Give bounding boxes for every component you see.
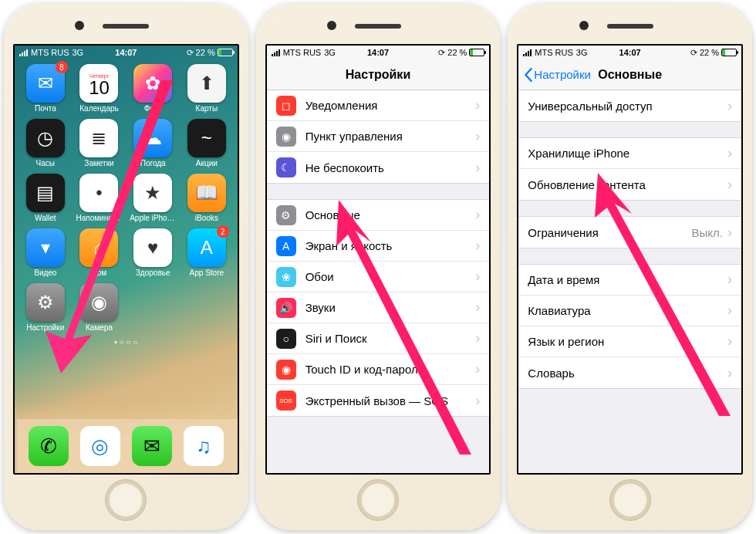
home-button[interactable] [105,479,147,521]
front-camera [327,21,336,30]
row-icon: ◻ [276,96,296,116]
app-label: Видео [34,269,56,277]
chevron-right-icon: › [727,333,732,350]
row-label: Уведомления [305,99,378,112]
carrier-label: MTS RUS [535,48,573,57]
home-button[interactable] [357,479,399,521]
app-Дом[interactable]: ⌂Дом [75,228,124,277]
chevron-right-icon: › [475,330,480,346]
app-label: Настройки [26,323,64,332]
settings-row-Хранилище iPhone[interactable]: Хранилище iPhone› [518,138,741,169]
chevron-right-icon: › [475,160,480,176]
settings-row-Обои[interactable]: ❀Обои› [267,262,490,292]
phone-general: MTS RUS 3G 14:07 ⟳ 22 % Настройки Основн… [508,4,752,530]
app-label: Камера [86,323,113,332]
row-label: Touch ID и код-пароль [305,363,424,376]
app-Видео[interactable]: ▾Видео [21,228,70,277]
carrier-label: MTS RUS [283,48,322,57]
app-Акции[interactable]: ~Акции [182,119,231,167]
app-Часы[interactable]: ◷Часы [21,119,70,167]
back-button[interactable]: Настройки [523,59,591,90]
row-icon: 🔊 [276,298,296,318]
signal-icon [523,49,532,56]
chevron-right-icon: › [727,272,732,288]
app-iBooks[interactable]: 📖iBooks [182,174,231,222]
lock-icon: ⟳ [187,48,194,58]
screen-home: MTS RUS 3G 14:07 ⟳ 22 % ✉︎8ПочтаЧетверг1… [13,44,239,475]
app-label: Напоминания [76,214,122,222]
settings-row-Уведомления[interactable]: ◻Уведомления› [267,90,490,121]
settings-row-Язык и регион[interactable]: Язык и регион› [518,326,741,357]
settings-row-Touch ID и код-пароль[interactable]: ◉Touch ID и код-пароль› [267,354,490,385]
chevron-right-icon: › [727,365,732,381]
app-Настройки[interactable]: ⚙Настройки [21,283,70,332]
row-icon: SOS [276,390,296,411]
network-label: 3G [73,48,84,57]
settings-row-Не беспокоить[interactable]: ☾Не беспокоить› [267,152,490,183]
dock-phone[interactable]: ✆ [29,426,69,466]
app-Карты[interactable]: ⬆Карты [182,64,231,113]
row-icon: ❀ [276,267,296,287]
app-App Store[interactable]: A2App Store [182,228,231,277]
app-Камера[interactable]: ◉Камера [75,283,124,332]
dock-messages[interactable]: ✉ [132,426,172,466]
status-bar: MTS RUS 3G 14:07 ⟳ 22 % [15,46,238,59]
settings-row-Ограничения[interactable]: ОграниченияВыкл.› [518,217,741,248]
app-label: Дом [92,269,106,277]
chevron-right-icon: › [475,393,480,409]
settings-row-Словарь[interactable]: Словарь› [518,357,741,388]
app-Фото[interactable]: ✿Фото [128,64,177,113]
settings-row-Siri и Поиск[interactable]: ○Siri и Поиск› [267,323,490,354]
network-label: 3G [324,48,336,57]
settings-row-Основные[interactable]: ⚙Основные› [267,200,490,231]
speaker [103,24,149,29]
app-label: App Store [190,269,224,277]
chevron-right-icon: › [475,128,480,144]
settings-row-Экстренный вызов — SOS[interactable]: SOSЭкстренный вызов — SOS› [267,385,490,416]
back-label: Настройки [534,68,591,81]
settings-row-Обновление контента[interactable]: Обновление контента› [518,169,741,200]
app-Календарь[interactable]: Четверг10Календарь [75,64,124,113]
settings-row-Пункт управления[interactable]: ◉Пункт управления› [267,121,490,152]
app-label: Почта [35,104,56,113]
page-title: Основные [598,68,662,82]
settings-row-Дата и время[interactable]: Дата и время› [518,265,741,296]
page-title: Настройки [346,68,410,82]
row-icon: ◉ [276,360,296,380]
app-Погода[interactable]: ☁Погода [128,119,177,167]
home-button[interactable] [609,479,651,521]
lock-icon: ⟳ [690,48,697,58]
app-label: Заметки [84,159,113,167]
chevron-right-icon: › [727,145,732,161]
settings-row-Клавиатура[interactable]: Клавиатура› [518,296,741,326]
navbar: Настройки Основные [518,59,741,90]
row-icon: ⚙ [276,205,296,225]
settings-list[interactable]: ◻Уведомления›◉Пункт управления›☾Не беспо… [267,90,490,473]
app-Apple iPhon…[interactable]: ★Apple iPhon… [128,174,177,222]
settings-row-Универсальный доступ[interactable]: Универсальный доступ› [518,90,741,121]
phone-settings: MTS RUS 3G 14:07 ⟳ 22 % Настройки ◻Уведо… [256,4,501,530]
row-label: Универсальный доступ [528,100,652,113]
screen-settings: MTS RUS 3G 14:07 ⟳ 22 % Настройки ◻Уведо… [265,44,491,475]
app-Почта[interactable]: ✉︎8Почта [21,64,70,113]
row-label: Siri и Поиск [305,332,367,345]
app-grid: ✉︎8ПочтаЧетверг10Календарь✿Фото⬆Карты◷Ча… [15,59,238,336]
app-Напоминания[interactable]: •Напоминания [75,174,124,222]
battery-pct: 22 % [700,48,719,57]
app-Wallet[interactable]: ▤Wallet [21,174,70,222]
network-label: 3G [576,48,588,57]
dock-safari[interactable]: ◎ [80,426,120,466]
page-dots[interactable]: • ○ ○ ○ [15,338,238,346]
general-list[interactable]: Универсальный доступ› Хранилище iPhone›О… [518,90,741,473]
app-Здоровье[interactable]: ♥Здоровье [128,228,177,277]
dock-music[interactable]: ♫ [184,426,224,466]
phone-home: MTS RUS 3G 14:07 ⟳ 22 % ✉︎8ПочтаЧетверг1… [4,4,248,530]
row-label: Звуки [305,301,336,314]
settings-row-Звуки[interactable]: 🔊Звуки› [267,292,490,323]
app-label: Карты [196,104,218,113]
settings-row-Экран и яркость[interactable]: AЭкран и яркость› [267,231,490,262]
screen-general: MTS RUS 3G 14:07 ⟳ 22 % Настройки Основн… [517,44,743,475]
chevron-right-icon: › [727,302,732,319]
app-Заметки[interactable]: ≣Заметки [75,119,124,167]
row-label: Экран и яркость [305,239,393,252]
